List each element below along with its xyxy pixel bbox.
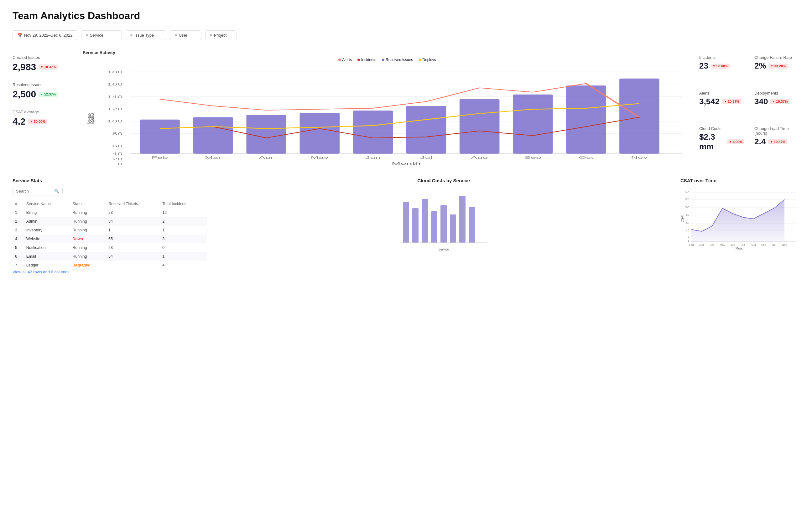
svg-text:80: 80 xyxy=(112,132,123,136)
filter-icon-issue: ≡ xyxy=(130,33,133,37)
svg-text:140: 140 xyxy=(107,95,123,99)
svg-text:80: 80 xyxy=(686,213,689,216)
col-status: Status xyxy=(70,200,106,208)
svg-text:Nov: Nov xyxy=(782,243,787,246)
page-title: Team Analytics Dashboard xyxy=(12,10,800,22)
change-lead-time-value: 2.4 xyxy=(754,137,766,147)
col-resolved-tickets: Resolved Tickets xyxy=(106,200,160,208)
alerts-badge: 10.37% xyxy=(722,99,741,104)
svg-text:Aug: Aug xyxy=(471,156,488,159)
service-activity-chart: 180 160 140 120 100 80 60 40 20 0 Issues xyxy=(83,65,692,165)
svg-text:Issues: Issues xyxy=(85,113,96,124)
resolved-issues-block: Resolved Issues 2,500 12.37% xyxy=(12,82,75,99)
svg-rect-45 xyxy=(450,214,456,243)
cloud-costs-value: $2.3 mm xyxy=(699,132,725,152)
resolved-issues-value: 2,500 xyxy=(12,89,36,99)
svg-marker-66 xyxy=(691,200,784,242)
svg-text:Jun: Jun xyxy=(730,243,735,246)
table-row: 3 Inventory Running 1 1 xyxy=(12,226,207,235)
svg-text:Oct: Oct xyxy=(579,156,593,159)
svg-text:160: 160 xyxy=(107,82,123,86)
legend-deploys: Deploys xyxy=(418,58,436,62)
svg-text:Nov: Nov xyxy=(631,156,648,159)
search-icon: 🔍 xyxy=(54,189,59,193)
created-issues-badge: 10.37% xyxy=(38,64,58,69)
svg-rect-23 xyxy=(353,111,393,154)
filter-icon-project: ≡ xyxy=(210,33,212,37)
service-stats-table: # Service Name Status Resolved Tickets T… xyxy=(12,200,207,270)
view-all-link[interactable]: View all 43 rows and 6 columns xyxy=(12,270,69,274)
svg-text:180: 180 xyxy=(107,70,123,74)
filters-row: 📅 Nov 29, 2022–Dec 6, 2022 ≡ Service ≡ I… xyxy=(12,30,800,40)
csat-average-value: 4.2 xyxy=(12,116,26,127)
right-metrics: Incidents 23 50.00% Change Failure Rate … xyxy=(699,50,800,165)
col-num: # xyxy=(12,200,24,208)
svg-text:Aug: Aug xyxy=(751,243,756,246)
svg-text:20: 20 xyxy=(112,157,123,161)
svg-text:Sep: Sep xyxy=(761,243,766,246)
alerts-metric: Alerts 3,542 10.37% xyxy=(699,91,744,120)
csat-title: CSAT over Time xyxy=(680,178,800,183)
search-input[interactable] xyxy=(16,189,52,193)
chart-title: Service Activity xyxy=(83,50,692,55)
table-row: 2 Admin Running 34 2 xyxy=(12,217,207,226)
search-box[interactable]: 🔍 xyxy=(12,187,63,196)
svg-text:Sep: Sep xyxy=(524,156,541,159)
svg-rect-19 xyxy=(140,120,180,154)
svg-text:40: 40 xyxy=(686,229,689,232)
svg-rect-47 xyxy=(469,207,475,243)
deployments-metric: Deployments 340 10.37% xyxy=(754,91,800,120)
chart-legend: Alerts Incidents Resolved issues Deploys xyxy=(83,58,692,62)
svg-text:100: 100 xyxy=(685,206,689,209)
svg-rect-41 xyxy=(412,208,418,243)
issue-type-filter[interactable]: ≡ Issue Type xyxy=(126,30,166,40)
col-service-name: Service Name xyxy=(24,200,70,208)
svg-text:Jul: Jul xyxy=(741,243,745,246)
service-filter[interactable]: ≡ Service xyxy=(81,30,122,40)
svg-rect-42 xyxy=(422,199,428,243)
svg-text:Service: Service xyxy=(438,248,449,251)
table-row: 4 Website Down 65 3 xyxy=(12,235,207,243)
svg-rect-43 xyxy=(431,211,437,243)
csat-section: CSAT over Time 140 120 100 80 60 40 2 1 … xyxy=(680,178,800,274)
svg-text:Apr: Apr xyxy=(710,243,714,246)
cloud-costs-chart: Service xyxy=(214,189,673,252)
svg-text:120: 120 xyxy=(107,107,123,111)
col-total-incidents: Total Incidents xyxy=(160,200,207,208)
svg-text:Feb: Feb xyxy=(152,156,168,159)
change-lead-time-badge: 10.37% xyxy=(768,139,787,144)
svg-rect-25 xyxy=(460,99,500,154)
csat-chart: 140 120 100 80 60 40 2 1 CSAT xyxy=(680,187,800,249)
user-filter[interactable]: ≡ User xyxy=(170,30,201,40)
change-lead-time-metric: Change Lead Time (hours) 2.4 10.37% xyxy=(754,126,800,165)
svg-text:Apr: Apr xyxy=(259,156,274,159)
service-stats-section: Service Stats 🔍 # Service Name Status Re… xyxy=(12,178,207,274)
change-failure-badge: 33.28% xyxy=(769,64,788,68)
svg-text:Month: Month xyxy=(735,247,744,249)
svg-rect-46 xyxy=(459,196,466,243)
project-filter[interactable]: ≡ Project xyxy=(205,30,236,40)
svg-rect-28 xyxy=(619,79,660,154)
svg-text:Mar: Mar xyxy=(699,243,704,246)
svg-text:Jun: Jun xyxy=(365,156,381,159)
svg-text:0: 0 xyxy=(117,162,123,165)
csat-average-badge: 50.00% xyxy=(28,119,47,124)
incidents-value: 23 xyxy=(699,61,708,71)
table-row: 6 Email Running 54 1 xyxy=(12,252,207,261)
change-failure-value: 2% xyxy=(754,61,766,71)
filter-icon-service: ≡ xyxy=(86,33,88,37)
svg-rect-22 xyxy=(300,113,340,154)
date-filter[interactable]: 📅 Nov 29, 2022–Dec 6, 2022 xyxy=(12,30,77,40)
svg-text:May: May xyxy=(720,243,725,246)
svg-text:1: 1 xyxy=(688,239,689,242)
table-header-row: # Service Name Status Resolved Tickets T… xyxy=(12,200,207,208)
svg-text:40: 40 xyxy=(112,152,123,156)
svg-text:CSAT: CSAT xyxy=(681,214,684,222)
service-activity-chart-section: Service Activity Alerts Incidents Resolv… xyxy=(83,50,692,165)
svg-text:120: 120 xyxy=(685,198,689,201)
legend-resolved: Resolved issues xyxy=(382,58,413,62)
cloud-costs-title: Cloud Costs by Service xyxy=(214,178,673,183)
svg-text:Oct: Oct xyxy=(772,243,777,246)
deployments-value: 340 xyxy=(754,97,768,107)
svg-text:60: 60 xyxy=(112,144,123,148)
